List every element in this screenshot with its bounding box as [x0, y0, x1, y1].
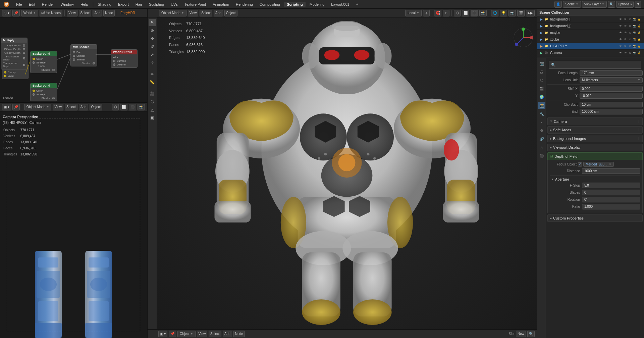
collection-highpoly[interactable]: ▶ 📁 HIGHPOLY 👁 👁 ⊙ 📸 🔒 — [537, 43, 644, 50]
bg1-view2[interactable]: 👁 — [623, 17, 627, 21]
solid-btn[interactable]: ⚫ — [129, 104, 136, 110]
clip-end-value[interactable]: 100000 cm — [580, 109, 643, 114]
prop-tab-material[interactable]: ⚫ — [538, 152, 545, 159]
editor-type-btn-2[interactable]: ▣ ▾ — [2, 104, 11, 110]
render-btn-main[interactable]: 📸 — [479, 10, 487, 16]
select-tool[interactable]: ↖ — [149, 19, 156, 26]
extra-tool-2[interactable]: △ — [149, 106, 156, 113]
xcube-render[interactable]: 📸 — [633, 38, 637, 42]
use-nodes-btn[interactable]: ☑ Use Nodes — [40, 10, 62, 16]
hp-render[interactable]: 📸 — [633, 44, 637, 48]
bg-images-header[interactable]: ▶ Background Images ⋮ — [547, 135, 643, 142]
proportional-btn[interactable]: ⊙ — [443, 10, 449, 16]
mix-shader-node[interactable]: Mix Shader Fac Shader Shader Shader — [70, 44, 97, 66]
distance-value[interactable]: 1000 cm — [582, 168, 640, 174]
lens-unit-value[interactable]: Millimeters ▼ — [580, 77, 643, 83]
prop-tab-modifier[interactable]: 🔧 — [538, 110, 545, 117]
viewport-shading-1[interactable]: 🌐 — [491, 10, 498, 16]
maybe-lock[interactable]: 🔒 — [637, 31, 641, 35]
hp-hide[interactable]: ⊙ — [628, 44, 632, 48]
dof-header[interactable]: ☑ Depth of Field ⋮ — [547, 152, 643, 160]
prop-tab-viewlayer[interactable]: ⬡ — [538, 77, 545, 84]
hp-view2[interactable]: 👁 — [623, 44, 627, 48]
bg2-lock[interactable]: 🔒 — [637, 24, 641, 28]
prop-tab-world[interactable]: 🌍 — [538, 93, 545, 101]
select-btn-bottom[interactable]: Select — [65, 104, 77, 110]
shift-y-value[interactable]: -0.010 — [580, 93, 643, 99]
menu-edit[interactable]: Edit — [26, 2, 38, 7]
maybe-render[interactable]: 📸 — [633, 31, 637, 35]
prop-tab-render[interactable]: 📷 — [538, 60, 545, 67]
cam-view2[interactable]: 👁 — [623, 51, 627, 55]
bg2-view2[interactable]: 👁 — [623, 24, 627, 28]
menu-compositing[interactable]: Compositing — [257, 2, 283, 7]
user-icon-btn[interactable]: 👤 — [554, 1, 562, 8]
menu-rendering[interactable]: Rendering — [233, 2, 256, 7]
blades-value[interactable]: 0 — [582, 190, 640, 195]
wire-btn[interactable]: ⬡ — [454, 10, 461, 16]
viewport-shading-5[interactable]: ▶▶ — [526, 10, 535, 16]
camera-section-menu[interactable]: ⋮ — [637, 120, 640, 123]
hp-lock[interactable]: 🔒 — [637, 44, 641, 48]
world-mode-selector[interactable]: World ▼ — [21, 10, 38, 16]
viewport-display-header[interactable]: ▶ Viewport Display — [547, 144, 643, 151]
bg1-hide[interactable]: ⊙ — [628, 17, 632, 21]
menu-sculpting[interactable]: Sculpting — [146, 2, 167, 7]
xcube-hide[interactable]: ⊙ — [628, 38, 632, 42]
camera-tool[interactable]: 🎥 — [149, 90, 156, 97]
view-bottom[interactable]: View — [197, 331, 208, 337]
view-btn[interactable]: View — [67, 10, 77, 16]
transform-tool[interactable]: ⊹ — [149, 59, 156, 66]
properties-search-input[interactable] — [557, 63, 639, 67]
collection-xcube[interactable]: ▶ 📁 xcube 👁 👁 ⊙ 📸 🔒 — [537, 36, 644, 43]
scene-selector[interactable]: Scene ▼ — [563, 1, 581, 8]
viewport-shading-2[interactable]: 💡 — [500, 10, 507, 16]
view-btn-bottom[interactable]: View — [53, 104, 63, 110]
main-viewport-canvas[interactable]: Objects770 / 771 Vertices6,809,487 Edges… — [157, 17, 537, 329]
focal-length-value[interactable]: 179 mm — [580, 70, 643, 76]
select-bottom[interactable]: Select — [209, 331, 221, 337]
cam-hide[interactable]: ⊙ — [628, 51, 632, 55]
clip-start-value[interactable]: 10 cm — [580, 102, 643, 107]
transform-orientations[interactable]: ⊹ — [423, 10, 430, 16]
menu-animation[interactable]: Animation — [210, 2, 232, 7]
solid-btn-main[interactable]: ⚫ — [471, 10, 478, 16]
dof-checkbox[interactable]: ☑ — [550, 154, 553, 158]
scale-tool[interactable]: ⤢ — [149, 51, 156, 58]
xcube-lock[interactable]: 🔒 — [637, 38, 641, 42]
prop-tab-output[interactable]: 🖨 — [538, 68, 545, 76]
menu-uvs[interactable]: UVs — [168, 2, 180, 7]
maybe-hide[interactable]: ⊙ — [628, 31, 632, 35]
node-btn[interactable]: Node — [103, 10, 115, 16]
prop-tab-object[interactable]: 📸 — [538, 102, 545, 109]
background-node-2[interactable]: Background Color Strength Shader — [30, 83, 57, 101]
render-btn[interactable]: 📸 — [138, 104, 145, 110]
menu-file[interactable]: File — [13, 2, 25, 7]
maybe-view[interactable]: 👁 — [619, 31, 623, 35]
annotate-tool[interactable]: ✏ — [149, 70, 156, 78]
add-bottom[interactable]: Add — [223, 331, 232, 337]
focus-object-chip[interactable]: Merged_uuu... ✕ — [583, 162, 614, 167]
snap-btn[interactable]: 🧲 — [434, 10, 441, 16]
view-btn-main[interactable]: View — [188, 10, 199, 16]
pin-btn-2[interactable]: 📌 — [12, 104, 20, 110]
view-layer-selector[interactable]: View Layer ▼ — [582, 1, 607, 8]
pin-btn[interactable]: 📌 — [12, 10, 20, 16]
viewport-shading-4[interactable]: 🎬 — [517, 10, 525, 16]
local-selector[interactable]: Local ▼ — [405, 10, 422, 16]
bg2-view[interactable]: 👁 — [619, 24, 623, 28]
dof-menu[interactable]: ⋮ — [637, 155, 640, 158]
select-btn-shader[interactable]: Select — [79, 10, 92, 16]
editor-type-bottom[interactable]: ▣ ▾ — [158, 331, 167, 337]
pin-bottom[interactable]: 📌 — [169, 331, 176, 337]
collection-maybe[interactable]: ▶ 📁 maybe 👁 👁 ⊙ 📸 🔒 — [537, 30, 644, 36]
safe-menu[interactable]: ⋮ — [637, 128, 640, 132]
collection-background-2[interactable]: ▶ 📁 background_[ 👁 👁 ⊙ 📸 🔒 — [537, 23, 644, 30]
object-mode-bottom[interactable]: Object ▼ — [177, 331, 196, 337]
select-btn-main[interactable]: Select — [200, 10, 212, 16]
multiply-node[interactable]: Multiply Key Length Diffuse Depth Glossy… — [1, 38, 28, 69]
browse-btn[interactable]: 🔍 — [527, 331, 535, 337]
cam-view[interactable]: 👁 — [619, 51, 623, 55]
scene-collection-header[interactable]: Scene Collection — [537, 9, 644, 16]
node-graph-canvas[interactable]: EasyHDR Clamp Value Multiply Key Length … — [0, 17, 147, 102]
